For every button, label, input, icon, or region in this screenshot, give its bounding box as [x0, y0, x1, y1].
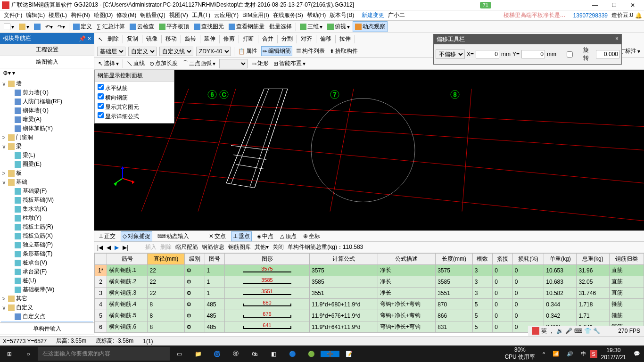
grid-header[interactable]: 单重(kg) [544, 254, 577, 265]
nav-prev[interactable]: ◀ [107, 244, 111, 251]
threed-button[interactable]: 三维▾ [298, 22, 324, 32]
tray-icon[interactable]: 👕 [584, 328, 591, 334]
tree-node[interactable]: 筏板基础(M) [1, 196, 93, 205]
tree-node[interactable]: 桩(U) [1, 276, 93, 285]
nav-last[interactable]: ▶| [123, 244, 128, 251]
pick-member-button[interactable]: ⬆拾取构件 [329, 47, 359, 56]
arc-tool[interactable]: ⌒三点画弧▾ [182, 59, 216, 68]
tree-node[interactable]: 筏板负筋(X) [1, 231, 93, 240]
grid-row[interactable]: 5横向钢筋.58Φ48567611.9*d+676+11.9*d弯钩+净长+弯钩… [95, 310, 644, 321]
phone-label[interactable]: 13907298339 [571, 12, 610, 19]
offset-close-icon[interactable]: × [615, 35, 619, 43]
offset-y-input[interactable] [521, 50, 545, 58]
tree-node[interactable]: 筏板主筋(R) [1, 222, 93, 231]
rebar-library[interactable]: 钢筋图库 [228, 243, 251, 251]
grid-header[interactable]: 搭接 [493, 254, 513, 265]
taskbar-app-1[interactable]: 📁 [189, 351, 207, 357]
arc-options[interactable] [219, 59, 248, 68]
maximize-button[interactable]: ☐ [604, 2, 623, 8]
tray-icon[interactable]: ⌨ [574, 328, 582, 334]
cpu-tray[interactable]: 30% CPU 使用率 [501, 346, 539, 361]
open-file-button[interactable]: ▾ [17, 23, 31, 31]
tree-node[interactable]: 砌体墙(Ｑ) [1, 106, 93, 115]
tree-node[interactable]: 暗梁(A) [1, 115, 93, 124]
minimize-button[interactable]: — [586, 2, 604, 8]
taskbar-app-4[interactable]: 🔵 [283, 351, 302, 357]
tree-node[interactable]: ∨梁 [1, 142, 93, 151]
undo-button[interactable]: ↶▾ [43, 23, 55, 31]
dyninput-toggle[interactable]: ⌨动态输入 [156, 232, 190, 241]
nav-next[interactable]: ▶ [115, 244, 119, 251]
save-button[interactable] [32, 23, 42, 31]
volume-icon[interactable]: 🔊 [563, 351, 577, 357]
menu-item[interactable]: 云应用(Y) [212, 11, 240, 19]
grid-header[interactable]: 总重(kg) [577, 254, 609, 265]
close-grid[interactable]: 关闭 [272, 243, 284, 251]
ime-lang[interactable]: 英 [541, 327, 547, 335]
menu-item[interactable]: BIM应用(I) [240, 11, 271, 19]
define-button[interactable]: 定义 [71, 22, 94, 32]
grid-header[interactable]: 根数 [472, 254, 493, 265]
bell-icon[interactable]: 🔔 [635, 12, 642, 19]
osnap-toggle[interactable]: ◇对象捕捉 [121, 231, 152, 241]
cortana-icon[interactable]: ○ [19, 351, 38, 357]
grid-header[interactable]: 钢筋归类 [609, 254, 644, 265]
grid-header[interactable]: 筋号 [107, 254, 148, 265]
tree-node[interactable]: 圈梁(E) [1, 160, 93, 169]
edit-op[interactable]: 分割 [281, 34, 294, 43]
tree-node[interactable]: 剪力墙(Ｑ) [1, 88, 93, 97]
edit-op[interactable]: 对齐 [300, 34, 313, 43]
sogou-tray[interactable]: S [590, 350, 597, 358]
edit-op[interactable]: 延伸 [203, 34, 216, 43]
edit-op[interactable]: 删除 [107, 34, 120, 43]
pin-icon[interactable]: 📌 [79, 35, 86, 42]
balance-button[interactable]: 平齐板顶 [157, 22, 191, 32]
offset-mode-select[interactable]: 不偏移 [436, 49, 465, 59]
new-file-button[interactable]: ▾ [2, 23, 16, 31]
tree-node[interactable]: 独立基础(P) [1, 240, 93, 249]
ortho-toggle[interactable]: ⊥正交 [97, 232, 117, 241]
tray-up-icon[interactable]: ^ [539, 351, 549, 357]
tree-node[interactable]: >板 [1, 169, 93, 178]
grid-header[interactable]: 图号 [205, 254, 225, 265]
tab-drawing-input[interactable]: 绘图输入 [0, 56, 94, 68]
tree-node[interactable]: 集水坑(K) [1, 205, 93, 214]
pointer-icon[interactable]: ↖ [97, 35, 104, 43]
tray-icon[interactable]: 🔧 [593, 328, 600, 334]
menu-item[interactable]: 帮助(H) [305, 11, 328, 19]
dynamic-observe-button[interactable]: 动态观察 [353, 21, 388, 32]
category-select[interactable]: 自定义 [128, 47, 157, 56]
tree-node[interactable]: >门窗洞 [1, 133, 93, 142]
tree-node[interactable]: 人防门框墙(RF) [1, 97, 93, 106]
topview-button[interactable]: 俯视▾ [325, 22, 352, 32]
attribute-button[interactable]: 📋属性 [237, 47, 258, 56]
type-select[interactable]: 自定义线 [159, 47, 193, 56]
snap-coord[interactable]: ⊕坐标 [302, 232, 322, 241]
edit-rebar-button[interactable]: ✏编辑钢筋 [261, 46, 292, 56]
batch-select-button[interactable]: 批量选择 [267, 22, 294, 32]
notifications-icon[interactable]: 💬 [630, 351, 644, 357]
taskbar-edge[interactable]: ⓔ [226, 350, 245, 358]
floor-select[interactable]: 基础层 [97, 47, 125, 56]
grid-header[interactable]: 长度(mm) [436, 254, 473, 265]
viewport[interactable]: 6 C 7 8 [94, 70, 644, 230]
tree-node[interactable]: 桩承台(V) [1, 258, 93, 267]
user-small-label[interactable]: 广小二 [386, 11, 407, 19]
rebar-info[interactable]: 钢筋信息 [202, 243, 224, 251]
rebar-check[interactable]: 水平纵筋 [98, 83, 171, 93]
close-button[interactable]: ✕ [623, 2, 642, 8]
rebar-check[interactable]: 横向钢筋 [98, 93, 171, 102]
offset-rot-input[interactable] [596, 50, 619, 58]
grid-row[interactable]: 4横向钢筋.48Φ48568011.9*d+680+11.9*d弯钩+净长+弯钩… [95, 299, 644, 310]
insert-row[interactable]: 插入 [145, 243, 157, 251]
menu-item[interactable]: 文件(F) [2, 11, 24, 19]
tree-node[interactable]: 梁(L) [1, 151, 93, 160]
grid-row[interactable]: 2横向钢筋.222Φ135853585净长358530010.68332.05直… [95, 276, 644, 288]
delete-row[interactable]: 删除 [160, 243, 172, 251]
offset-x-input[interactable] [476, 50, 499, 58]
grid-header[interactable]: 图形 [225, 254, 310, 265]
cloud-check-button[interactable]: 云检查 [128, 22, 156, 32]
tree-node[interactable]: ∨基础 [1, 178, 93, 187]
taskbar-app-7[interactable]: 📝 [339, 351, 358, 357]
tray-comma[interactable]: ， [549, 327, 554, 335]
